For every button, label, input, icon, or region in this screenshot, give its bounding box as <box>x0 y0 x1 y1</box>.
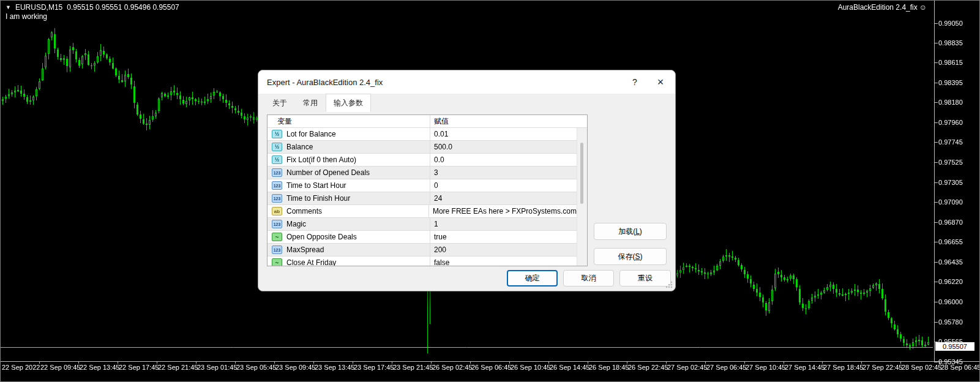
param-name: Time to Start Hour <box>286 181 346 190</box>
param-value[interactable]: More FREE EAs here > FXProSystems.com <box>429 207 577 215</box>
time-label: 27 Sep 06:45 <box>706 364 746 371</box>
close-icon[interactable]: × <box>647 70 674 94</box>
price-tick <box>934 23 938 24</box>
price-label: 0.99050 <box>938 20 963 27</box>
price-label: 0.97305 <box>938 179 963 186</box>
column-header-variable: 变量 <box>267 115 430 127</box>
mt4-chart-window: ▼ EURUSD,M15 0.95515 0.95551 0.95496 0.9… <box>0 0 980 382</box>
param-name: Lot for Balance <box>286 130 336 138</box>
price-tick <box>934 222 938 223</box>
time-label: 23 Sep 05:45 <box>236 364 276 371</box>
param-name: Fix Lot(if 0 then Auto) <box>286 155 356 164</box>
type-icon-int: 123 <box>272 194 282 203</box>
price-label: 0.96870 <box>938 219 963 226</box>
param-value[interactable]: 0.0 <box>430 155 444 164</box>
reset-button[interactable]: 重设 <box>619 270 671 286</box>
param-value[interactable]: 3 <box>430 168 438 177</box>
time-tick <box>431 361 432 364</box>
type-icon-double: ½ <box>272 143 282 151</box>
time-tick <box>39 361 40 364</box>
table-header: 变量 赋值 <box>267 115 587 128</box>
param-name-cell: 123Magic <box>267 218 430 230</box>
param-row[interactable]: 123Magic1 <box>267 218 577 231</box>
param-row[interactable]: ½Fix Lot(if 0 then Auto)0.0 <box>267 154 577 167</box>
param-value[interactable]: 500.0 <box>430 143 452 151</box>
param-name-cell: 123Time to Start Hour <box>267 179 430 192</box>
param-value[interactable]: true <box>430 233 447 241</box>
ok-button[interactable]: 确定 <box>507 270 558 286</box>
param-row[interactable]: 123MaxSpread200 <box>267 244 577 257</box>
symbol-info: ▼ EURUSD,M15 0.95515 0.95551 0.95496 0.9… <box>6 3 179 12</box>
time-axis-line <box>1 361 980 362</box>
save-hotkey: S <box>635 252 640 261</box>
param-row[interactable]: ~Open Opposite Dealstrue <box>267 231 577 244</box>
time-tick <box>157 361 157 364</box>
price-label: 0.98615 <box>938 59 963 66</box>
time-tick <box>313 361 314 364</box>
time-tick <box>118 361 118 364</box>
tab-about[interactable]: 关于 <box>264 95 295 112</box>
price-tick <box>934 102 938 103</box>
help-button[interactable]: ? <box>621 70 648 94</box>
dialog-titlebar[interactable]: Expert - AuraBlackEdition 2.4_fix <box>258 70 675 94</box>
save-button[interactable]: 保存(S) <box>594 248 667 265</box>
param-row[interactable]: 123Time to Start Hour0 <box>267 179 577 192</box>
symbol-dropdown-arrow[interactable]: ▼ <box>6 4 11 10</box>
time-label: 22 Sep 17:45 <box>119 364 159 371</box>
param-row[interactable]: ½Lot for Balance0.01 <box>267 128 577 141</box>
resize-grip[interactable] <box>665 281 673 288</box>
time-label: 28 Sep 02:45 <box>902 364 941 371</box>
param-value[interactable]: 200 <box>430 245 446 254</box>
param-row[interactable]: 123Time to Finish Hour24 <box>267 192 577 205</box>
time-tick <box>353 361 353 364</box>
param-name: Close At Friday <box>286 258 336 266</box>
param-row[interactable]: ~Close At Fridayfalse <box>267 257 577 266</box>
param-name: Comments <box>286 207 322 215</box>
tab-inputs[interactable]: 输入参数 <box>326 94 371 112</box>
time-tick <box>822 361 823 364</box>
time-label: 26 Sep 06:45 <box>471 364 511 371</box>
time-tick <box>196 361 196 364</box>
type-icon-int: 123 <box>272 181 282 190</box>
time-tick <box>627 361 627 364</box>
load-hotkey: L <box>635 227 640 236</box>
param-name-cell: ~Open Opposite Deals <box>267 231 430 243</box>
price-tick <box>934 162 938 163</box>
scrollbar-thumb[interactable] <box>580 143 583 204</box>
current-price-box: 0.95507 <box>935 342 974 351</box>
time-label: 27 Sep 14:45 <box>785 364 825 371</box>
load-label: 加载( <box>618 227 635 237</box>
time-tick <box>274 361 275 364</box>
smiley-icon: ☺ <box>919 3 927 12</box>
time-label: 23 Sep 01:45 <box>197 364 237 371</box>
tab-common[interactable]: 常用 <box>295 95 326 112</box>
price-label: 0.96000 <box>938 298 963 305</box>
param-value[interactable]: 0 <box>430 181 438 190</box>
param-row[interactable]: ½Balance500.0 <box>267 141 577 154</box>
param-value[interactable]: 1 <box>430 220 438 228</box>
price-tick <box>934 282 938 282</box>
param-row[interactable]: abCommentsMore FREE EAs here > FXProSyst… <box>267 205 577 218</box>
param-value[interactable]: false <box>430 258 449 266</box>
type-icon-double: ½ <box>272 155 282 164</box>
price-label: 0.97525 <box>938 159 963 166</box>
param-name-cell: ½Lot for Balance <box>267 128 430 140</box>
time-label: 26 Sep 14:45 <box>550 364 589 371</box>
type-icon-string: ab <box>272 207 282 215</box>
param-value[interactable]: 24 <box>430 194 442 203</box>
param-value[interactable]: 0.01 <box>430 130 448 138</box>
table-scrollbar[interactable] <box>577 128 587 266</box>
price-label: 0.95780 <box>938 318 963 326</box>
cancel-button[interactable]: 取消 <box>563 270 614 286</box>
time-label: 28 Sep 06:45 <box>941 364 980 371</box>
param-name: Time to Finish Hour <box>286 194 350 203</box>
time-label: 27 Sep 02:45 <box>667 364 707 371</box>
parameters-table: 变量 赋值 ½Lot for Balance0.01½Balance500.0½… <box>267 114 588 266</box>
time-label: 23 Sep 17:45 <box>354 364 394 371</box>
param-name-cell: 123Time to Finish Hour <box>267 192 430 204</box>
param-row[interactable]: 123Number of Opened Deals3 <box>267 167 577 179</box>
price-tick <box>934 83 938 83</box>
time-tick <box>588 361 588 364</box>
ea-name-badge: AuraBlackEdition 2.4_fix ☺ <box>838 3 927 12</box>
load-button[interactable]: 加载(L) <box>594 223 667 240</box>
